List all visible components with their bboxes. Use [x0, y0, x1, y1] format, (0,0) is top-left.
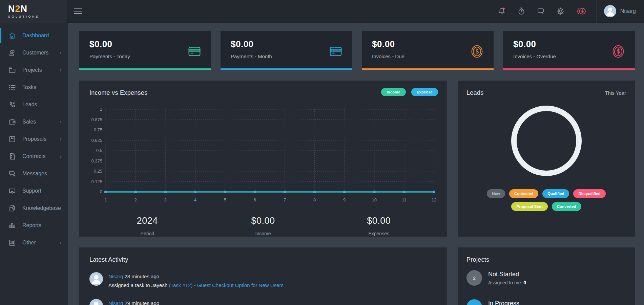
svg-text:2: 2 — [134, 197, 137, 202]
sidebar-item-label: Messages — [22, 171, 47, 177]
lead-status-new[interactable]: New — [487, 189, 505, 198]
sidebar-item-knowledgebase[interactable]: Knowledgebase — [0, 199, 68, 217]
quick-create-icon[interactable] — [576, 7, 587, 16]
credit-card-icon — [328, 44, 344, 59]
leads-donut-chart — [466, 104, 626, 178]
stat-card-payments-today[interactable]: $0.00 Payments - Today — [79, 31, 211, 70]
chevron-right-icon: › — [60, 118, 62, 125]
projects-title: Projects — [466, 256, 626, 263]
bar-chart-icon — [8, 221, 16, 230]
top-bar: Nisarg — [68, 0, 644, 23]
lead-status-proposal-sent[interactable]: Proposal Sent — [511, 202, 547, 211]
chevron-right-icon: › — [60, 239, 62, 246]
activity-item: Nisarg 28 minutes ago Assigned a task to… — [89, 272, 437, 290]
summary-expenses-value: $0.00 — [321, 216, 437, 226]
svg-text:0: 0 — [100, 189, 102, 194]
stat-label: Payments - Month — [231, 53, 272, 59]
stat-card-payments-month[interactable]: $0.00 Payments - Month — [221, 31, 352, 70]
svg-text:8: 8 — [313, 197, 316, 202]
svg-text:0.75: 0.75 — [94, 127, 102, 132]
brand-logo[interactable]: N2N SOLUTIONS — [0, 0, 68, 23]
svg-text:12: 12 — [432, 197, 436, 202]
activity-time: 28 minutes ago — [125, 274, 160, 279]
timer-icon[interactable] — [517, 7, 526, 16]
user-name: Nisarg — [620, 8, 636, 14]
sidebar-item-dashboard[interactable]: Dashboard — [0, 27, 68, 44]
sidebar-item-sales[interactable]: Sales › — [0, 113, 68, 130]
svg-text:11: 11 — [402, 197, 407, 202]
home-icon — [8, 31, 16, 40]
user-avatar — [89, 299, 103, 305]
list-icon — [8, 83, 16, 91]
settings-gear-icon[interactable] — [556, 7, 565, 16]
lead-status-qualified[interactable]: Qualified — [542, 189, 569, 198]
sidebar-item-label: Projects — [22, 67, 42, 73]
stat-label: Invoices - Overdue — [513, 53, 556, 59]
sidebar-item-reports[interactable]: Reports — [0, 217, 68, 234]
svg-text:0.25: 0.25 — [94, 169, 102, 174]
sidebar-item-label: Other — [22, 240, 36, 246]
project-assigned-text: Assigned to me: 0 — [488, 280, 526, 285]
svg-text:4: 4 — [194, 197, 196, 202]
sidebar-item-tasks[interactable]: Tasks — [0, 79, 68, 96]
activity-user-link[interactable]: Nisarg — [108, 300, 123, 305]
contract-icon — [8, 152, 16, 160]
credit-card-icon — [187, 44, 202, 59]
donut-ring — [514, 108, 579, 173]
sidebar-item-label: Support — [22, 188, 41, 194]
customers-icon — [8, 49, 16, 57]
chat-icon[interactable] — [537, 7, 545, 16]
sidebar-item-projects[interactable]: Projects › — [0, 61, 68, 79]
stats-row: $0.00 Payments - Today $0.00 Payments - … — [79, 31, 635, 70]
brand-logo-text: N2N — [8, 4, 67, 14]
svg-text:6: 6 — [254, 197, 256, 202]
svg-text:0.375: 0.375 — [91, 158, 102, 164]
stat-card-invoices-due[interactable]: $0.00 Invoices - Due — [362, 31, 494, 70]
stat-label: Invoices - Due — [372, 53, 404, 59]
dashboard-content: $0.00 Payments - Today $0.00 Payments - … — [68, 23, 644, 305]
sidebar-item-proposals[interactable]: Proposals › — [0, 130, 68, 148]
sidebar-item-label: Dashboard — [22, 32, 49, 39]
chart-summary: 2024 Period $0.00 Income $0.00 Expenses — [89, 216, 437, 236]
sidebar-item-other[interactable]: Other › — [0, 234, 68, 251]
sliders-icon — [8, 239, 16, 247]
activity-user-link[interactable]: Nisarg — [108, 274, 123, 279]
folder-icon — [8, 66, 16, 74]
stat-card-invoices-overdue[interactable]: $0.00 Invoices - Overdue — [503, 31, 635, 70]
lead-status-legend: New Contacted Qualified Disqualified Pro… — [466, 189, 626, 211]
bookmark-icon — [8, 135, 16, 143]
activity-task-link[interactable]: (Task #12) - Guest Checkout Option for N… — [169, 282, 283, 288]
stat-value: $0.00 — [89, 39, 130, 49]
summary-period-value: 2024 — [89, 216, 205, 226]
project-count-badge: 3 — [466, 270, 482, 286]
dollar-coin-icon — [469, 44, 485, 59]
lead-status-contacted[interactable]: Contacted — [509, 189, 538, 198]
sidebar-item-messages[interactable]: Messages — [0, 165, 68, 182]
svg-text:0.625: 0.625 — [91, 138, 102, 143]
stat-value: $0.00 — [372, 39, 404, 49]
activity-action: Assigned a task to Jayesh — [108, 282, 167, 288]
svg-text:1: 1 — [100, 107, 102, 112]
sidebar-item-leads[interactable]: Leads — [0, 96, 68, 113]
line-chart-plot: 10.8750.750.6250.50.3750.250.12501234567… — [89, 104, 437, 207]
brand-logo-subtext: SOLUTIONS — [8, 15, 67, 18]
sidebar-item-customers[interactable]: Customers › — [0, 44, 68, 61]
stat-label: Payments - Today — [89, 53, 130, 59]
lead-status-disqualified[interactable]: Disqualified — [573, 189, 605, 198]
activity-time: 29 minutes ago — [125, 300, 160, 305]
sidebar-toggle-icon[interactable] — [74, 8, 82, 14]
legend-expense-pill[interactable]: Expense — [411, 88, 438, 96]
projects-row-not-started[interactable]: 3 Not Started Assigned to me: 0 — [466, 263, 626, 292]
dollar-coin-icon — [610, 44, 626, 59]
sidebar-item-support[interactable]: Support — [0, 182, 68, 199]
summary-income-label: Income — [205, 231, 321, 236]
sidebar-item-label: Knowledgebase — [22, 205, 61, 211]
sidebar-item-contracts[interactable]: Contracts › — [0, 148, 68, 165]
notifications-bell-icon[interactable] — [497, 7, 506, 16]
leads-period-filter[interactable]: This Year — [605, 90, 626, 96]
projects-row-in-progress[interactable]: 0 In Progress Assigned to me: 0 — [466, 292, 626, 305]
legend-income-pill[interactable]: Income — [381, 88, 406, 96]
lead-status-converted[interactable]: Converted — [552, 202, 581, 211]
user-menu[interactable]: Nisarg — [597, 5, 644, 17]
leads-panel: Leads This Year New Contacted Qualified … — [458, 81, 635, 237]
